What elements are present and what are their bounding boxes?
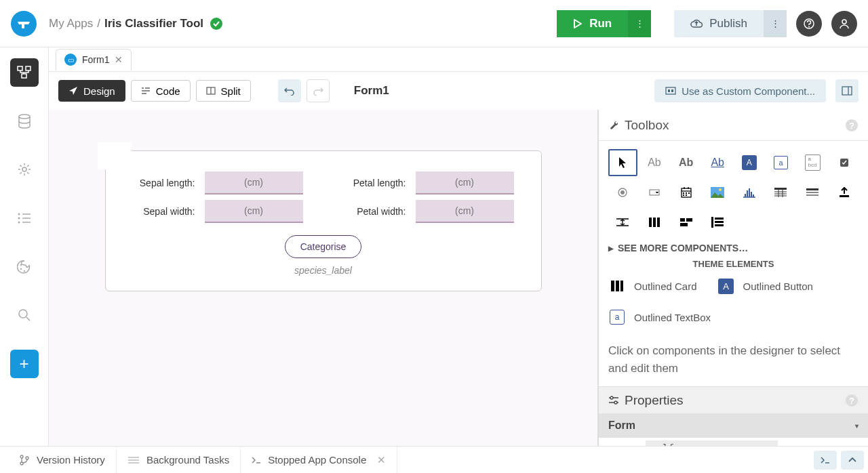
version-history-tab[interactable]: Version History (8, 447, 117, 474)
svg-rect-78 (620, 281, 623, 291)
see-more-components[interactable]: ▶ SEE MORE COMPONENTS… (599, 239, 868, 258)
svg-rect-63 (840, 195, 849, 197)
petal-length-input[interactable] (416, 171, 514, 194)
svg-point-9 (18, 213, 20, 215)
use-custom-component-button[interactable]: Use as Custom Component... (654, 79, 826, 102)
palette-icon (17, 260, 32, 274)
breadcrumb: My Apps / Iris Classifier Tool (49, 17, 203, 30)
breadcrumb-myapps[interactable]: My Apps (49, 17, 93, 30)
run-menu-button[interactable]: ⋮ (628, 10, 651, 37)
collapse-button[interactable] (841, 451, 864, 470)
svg-rect-61 (806, 192, 818, 193)
layout-toggle-button[interactable] (835, 79, 859, 102)
svg-rect-29 (842, 87, 852, 95)
console-open-button[interactable] (814, 451, 837, 470)
svg-rect-51 (749, 188, 750, 197)
background-tasks-tab[interactable]: Background Tasks (117, 447, 241, 474)
svg-rect-44 (683, 194, 684, 196)
svg-point-8 (22, 167, 26, 171)
rail-app-browser[interactable] (10, 58, 39, 87)
svg-text:?: ? (849, 396, 854, 406)
undo-button[interactable] (278, 79, 301, 102)
toolbox-spacer[interactable] (608, 209, 637, 236)
svg-rect-68 (657, 218, 660, 227)
stopped-console-tab[interactable]: Stopped App Console ✕ (241, 447, 397, 474)
tasks-icon (127, 456, 140, 464)
saved-check-icon (210, 18, 222, 30)
toolbox-image[interactable] (703, 179, 732, 206)
play-icon (573, 19, 583, 28)
help-icon[interactable]: ? (845, 394, 859, 407)
rail-list[interactable] (10, 204, 39, 232)
form-card[interactable]: Sepal length: Petal length: Sepal width: (105, 150, 542, 291)
svg-rect-45 (686, 194, 687, 196)
svg-rect-67 (653, 218, 656, 227)
svg-point-15 (20, 264, 21, 266)
toolbox-linear-panel[interactable] (703, 209, 732, 236)
toolbox-button[interactable]: A (735, 149, 764, 176)
properties-form-section[interactable]: Form (599, 413, 868, 438)
rail-search[interactable] (10, 302, 39, 330)
svg-point-82 (614, 401, 617, 404)
svg-point-11 (18, 218, 20, 220)
sepal-width-input[interactable] (205, 200, 303, 223)
toolbox-pointer[interactable] (608, 149, 637, 176)
svg-rect-28 (671, 89, 673, 92)
toolbox-fileloader[interactable] (829, 179, 859, 206)
theme-outlined-button[interactable]: A Outlined Button (717, 277, 813, 295)
close-icon[interactable]: ✕ (115, 54, 123, 65)
rail-theme[interactable] (10, 253, 39, 281)
publish-menu-button[interactable]: ⋮ (764, 10, 787, 37)
layout-icon (842, 86, 852, 96)
svg-rect-49 (745, 194, 746, 197)
code-icon (141, 87, 151, 95)
run-button[interactable]: Run (557, 10, 628, 37)
toolbox-repeating-panel[interactable] (798, 179, 827, 206)
tab-form1[interactable]: ▭ Form1 ✕ (56, 49, 132, 70)
toolbox-datepicker[interactable] (671, 179, 701, 206)
toolbox-link[interactable]: Ab (703, 149, 732, 176)
help-icon[interactable]: ? (845, 119, 859, 132)
help-button[interactable] (796, 11, 822, 37)
svg-point-47 (719, 188, 722, 191)
svg-rect-73 (715, 218, 724, 220)
petal-width-input[interactable] (416, 200, 514, 223)
toolbox-dropdown[interactable] (640, 179, 669, 206)
tree-icon (17, 65, 32, 80)
svg-point-3 (842, 20, 846, 24)
svg-point-18 (19, 310, 27, 318)
sepal-length-input[interactable] (205, 171, 303, 194)
rail-database[interactable] (10, 107, 39, 136)
toolbox-column-panel[interactable] (640, 209, 669, 236)
svg-point-87 (26, 457, 28, 459)
theme-outlined-textbox[interactable]: a Outlined TextBox (608, 308, 711, 326)
send-icon (68, 86, 78, 96)
user-button[interactable] (831, 11, 857, 37)
anvil-logo[interactable] (11, 11, 37, 37)
code-button[interactable]: Code (131, 80, 191, 102)
toolbox-plot[interactable] (735, 179, 764, 206)
theme-outlined-card[interactable]: Outlined Card (608, 277, 697, 295)
split-button[interactable]: Split (196, 80, 251, 102)
publish-button[interactable]: Publish (674, 10, 764, 37)
toolbox-flow-panel[interactable] (671, 209, 701, 236)
prop-name-input[interactable] (646, 440, 778, 446)
toolbox-label-bold[interactable]: Ab (671, 149, 701, 176)
categorise-button[interactable]: Categorise (285, 235, 362, 258)
sepal-length-label: Sepal length: (140, 178, 195, 188)
design-button[interactable]: Design (58, 80, 125, 102)
toolbox-checkbox[interactable] (829, 149, 859, 176)
close-icon[interactable]: ✕ (377, 454, 386, 466)
rail-add-button[interactable]: + (10, 350, 39, 378)
component-icon (665, 86, 676, 96)
svg-point-7 (19, 115, 30, 119)
toolbox-textarea[interactable]: abcd (798, 149, 827, 176)
toolbox-datagrid[interactable] (766, 179, 795, 206)
toolbox-label[interactable]: Ab (640, 149, 669, 176)
help-icon (803, 18, 815, 30)
redo-button[interactable] (307, 79, 330, 102)
svg-line-19 (26, 317, 30, 321)
toolbox-radio[interactable] (608, 179, 637, 206)
toolbox-textbox[interactable]: a (766, 149, 795, 176)
rail-settings[interactable] (10, 155, 39, 184)
